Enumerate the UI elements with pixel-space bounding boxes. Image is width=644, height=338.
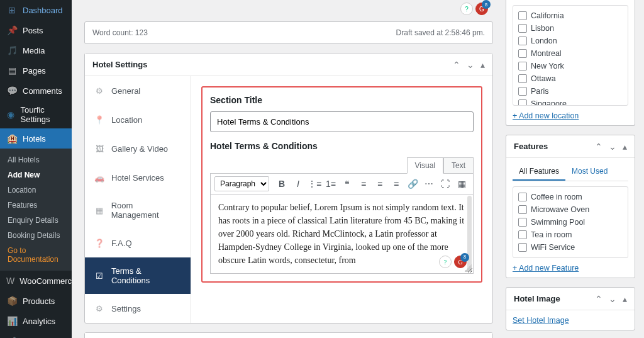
add-feature-link[interactable]: + Add new Feature (513, 264, 579, 273)
checkbox[interactable] (518, 230, 527, 239)
sidebar-item-hotels[interactable]: 🏨Hotels (0, 128, 72, 149)
tab-settings[interactable]: ⚙Settings (85, 294, 191, 323)
chevron-up-icon[interactable]: ⌃ (595, 295, 602, 303)
editor-tab-text[interactable]: Text (443, 157, 474, 174)
align-center-icon[interactable]: ≡ (372, 176, 387, 191)
checkbox[interactable] (518, 243, 527, 252)
sidebar-item-comments[interactable]: 💬Comments (0, 81, 72, 101)
submenu-location[interactable]: Location (0, 183, 72, 198)
italic-icon[interactable]: I (291, 176, 306, 191)
dashboard-icon: ⊞ (6, 4, 18, 16)
chevron-down-icon[interactable]: ⌄ (609, 142, 616, 151)
submenu-all-hotels[interactable]: All Hotels (0, 152, 72, 167)
toggle-panel-icon[interactable]: ▴ (480, 60, 485, 69)
submenu-add-new[interactable]: Add New (0, 167, 72, 183)
notify-bubble-2[interactable]: G8 (454, 256, 467, 268)
sidebar-item-pages[interactable]: ▤Pages (0, 60, 72, 81)
sidebar-item-posts[interactable]: 📌Posts (0, 20, 72, 40)
tab-terms[interactable]: ☑Terms & Conditions (85, 257, 191, 294)
format-select[interactable]: Paragraph (214, 176, 269, 191)
help-bubble-2[interactable]: ? (439, 256, 452, 268)
checkbox[interactable] (518, 87, 527, 96)
quote-icon[interactable]: ❝ (340, 176, 355, 191)
woo-icon: W (6, 275, 14, 286)
pages-icon: ▤ (6, 65, 18, 76)
section-title-input[interactable] (210, 111, 474, 132)
location-row[interactable]: California (518, 9, 623, 22)
editor-body[interactable]: Contrary to popular belief, Lorem Ipsum … (210, 194, 474, 274)
editor-tab-visual[interactable]: Visual (407, 157, 443, 174)
location-row[interactable]: New York (518, 60, 623, 72)
notification-bubble[interactable]: G8 (475, 3, 488, 15)
ul-icon[interactable]: ⋮≡ (307, 176, 322, 191)
sidebar-item-tourfic[interactable]: ◉Tourfic Settings (0, 101, 72, 128)
submenu-features[interactable]: Features (0, 198, 72, 213)
location-row[interactable]: Lisbon (518, 22, 623, 35)
checkbox[interactable] (518, 24, 527, 33)
tab-services[interactable]: 🚗Hotel Services (85, 163, 191, 192)
badge-2: 8 (460, 253, 469, 262)
ol-icon[interactable]: 1≡ (323, 176, 338, 191)
checkbox[interactable] (518, 37, 527, 45)
word-count: Word count: 123 (92, 28, 148, 37)
notification-badge: 8 (482, 0, 491, 9)
location-row[interactable]: Ottawa (518, 72, 623, 85)
checkbox[interactable] (518, 205, 527, 214)
location-row[interactable]: Singapore (518, 98, 623, 106)
checkbox[interactable] (518, 49, 527, 58)
more-icon[interactable]: ⋯ (421, 176, 436, 191)
feature-row[interactable]: Swimming Pool (518, 216, 623, 228)
sidebar-item-woo[interactable]: WWooCommerce (0, 271, 72, 291)
chart-icon: 📊 (6, 315, 18, 327)
checkbox[interactable] (518, 99, 527, 106)
toggle-panel-icon[interactable]: ▴ (623, 142, 627, 151)
checkbox[interactable] (518, 11, 527, 20)
location-row[interactable]: Montreal (518, 47, 623, 60)
align-right-icon[interactable]: ≡ (389, 176, 404, 191)
add-location-link[interactable]: + Add new location (513, 111, 579, 120)
tab-faq[interactable]: ❓F.A.Q (85, 228, 191, 257)
fullscreen-icon[interactable]: ⛶ (438, 176, 453, 191)
submenu-enquiry[interactable]: Enquiry Details (0, 213, 72, 228)
sidebar-item-media[interactable]: 🎵Media (0, 40, 72, 60)
toggle-panel-icon[interactable]: ▴ (623, 295, 627, 303)
chevron-up-icon[interactable]: ⌃ (453, 60, 460, 69)
checkbox[interactable] (518, 74, 527, 83)
bold-icon[interactable]: B (274, 176, 289, 191)
bullhorn-icon: 📣 (6, 335, 18, 338)
feature-row[interactable]: Microwave Oven (518, 203, 623, 216)
chevron-down-icon[interactable]: ⌄ (609, 295, 616, 303)
chevron-down-icon[interactable]: ⌄ (467, 60, 474, 69)
checkbox[interactable] (518, 62, 527, 70)
feature-row[interactable]: Tea in room (518, 228, 623, 241)
sidebar-item-dashboard[interactable]: ⊞Dashboard (0, 0, 72, 20)
help-bubble[interactable]: ? (460, 3, 473, 15)
location-row[interactable]: London (518, 35, 623, 47)
gear-icon: ⚙ (94, 85, 105, 96)
tab-room[interactable]: ▦Room Management (85, 192, 191, 228)
location-row[interactable]: Paris (518, 85, 623, 98)
sidebar-item-marketing[interactable]: 📣Marketing (0, 331, 72, 338)
submenu-booking[interactable]: Booking Details (0, 228, 72, 243)
features-tab-all[interactable]: All Features (513, 163, 565, 181)
feature-row[interactable]: WiFi Service (518, 241, 623, 254)
sidebar-item-analytics[interactable]: 📊Analytics (0, 311, 72, 331)
features-tab-most[interactable]: Most Used (565, 163, 614, 181)
checkbox[interactable] (518, 193, 527, 201)
tab-location[interactable]: 📍Location (85, 105, 191, 134)
resize-grip-icon[interactable] (464, 264, 472, 272)
feature-row[interactable]: Coffee in room (518, 191, 623, 203)
set-hotel-image-link[interactable]: Set Hotel Image (513, 316, 569, 325)
tab-general[interactable]: ⚙General (85, 76, 191, 105)
kitchen-sink-icon[interactable]: ▦ (454, 176, 469, 191)
checkbox[interactable] (518, 218, 527, 227)
sidebar-item-products[interactable]: 📦Products (0, 291, 72, 311)
word-count-bar: Word count: 123 Draft saved at 2:58:46 p… (84, 21, 493, 44)
chevron-up-icon[interactable]: ⌃ (595, 142, 602, 151)
submenu-docs[interactable]: Go to Documentation (0, 243, 72, 267)
align-left-icon[interactable]: ≡ (356, 176, 371, 191)
right-column: California Lisbon London Montreal New Yo… (506, 0, 644, 338)
tab-gallery[interactable]: 🖼Gallery & Video (85, 134, 191, 163)
link-icon[interactable]: 🔗 (405, 176, 420, 191)
editor-content: Contrary to popular belief, Lorem Ipsum … (218, 203, 464, 265)
